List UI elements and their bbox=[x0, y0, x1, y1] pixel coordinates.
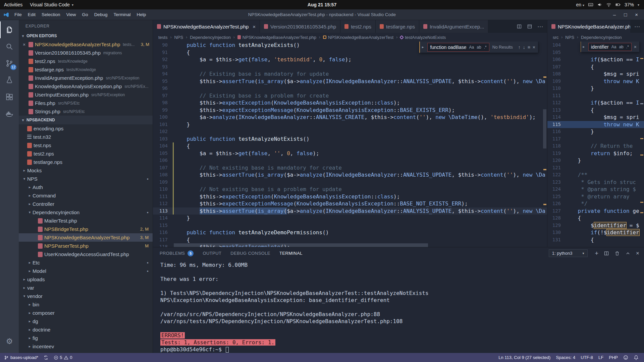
breadcrumb-item[interactable]: NPS bbox=[174, 35, 183, 40]
panel-tab-output[interactable]: OUTPUT bbox=[203, 251, 221, 256]
code-line[interactable]: 125 * @return array bbox=[547, 193, 644, 200]
minimap[interactable] bbox=[640, 42, 644, 247]
code-line[interactable]: 120 } bbox=[547, 157, 644, 164]
maximize-panel-icon[interactable] bbox=[625, 251, 631, 256]
tree-folder[interactable]: ▸Auth bbox=[19, 183, 153, 191]
panel-tab-terminal[interactable]: TERMINAL bbox=[279, 251, 303, 256]
toggle-replace-icon[interactable]: ▸ bbox=[421, 45, 425, 49]
tree-file[interactable]: test.nps bbox=[19, 141, 153, 149]
project-root-header[interactable]: ▾ NPSBACKEND bbox=[19, 116, 153, 124]
activity-extensions-button[interactable] bbox=[0, 88, 19, 105]
tree-file[interactable]: NPSParserTest.phpM bbox=[19, 242, 153, 250]
breadcrumb-item[interactable]: NPSKnowledgeBaseAnalyzerTest.php bbox=[237, 35, 316, 40]
code-line[interactable]: 109 bbox=[153, 179, 547, 186]
tree-file[interactable]: MailerTest.php bbox=[19, 217, 153, 225]
menu-terminal[interactable]: Terminal bbox=[110, 9, 133, 20]
editor-tab[interactable]: InvalidArgumentExcep... bbox=[419, 20, 489, 33]
code-line[interactable]: 128 { bbox=[547, 215, 644, 222]
code-line[interactable]: 106 if($action == I bbox=[547, 56, 644, 63]
tree-folder[interactable]: ▸Mocks bbox=[19, 166, 153, 175]
breadcrumb-item[interactable]: src bbox=[553, 35, 558, 40]
open-editor-item[interactable]: Version20190816105345.phpmigrations bbox=[19, 49, 153, 57]
close-button[interactable]: × bbox=[635, 12, 638, 17]
close-icon[interactable]: × bbox=[253, 24, 256, 29]
code-line[interactable]: 116 public function testAnalyzeDemoPermi… bbox=[153, 229, 547, 236]
chevron-down-icon[interactable]: ▾ bbox=[638, 3, 639, 7]
tree-folder[interactable]: ▾DependencyInjection● bbox=[19, 208, 153, 217]
eol-indicator[interactable]: LF bbox=[596, 355, 606, 360]
menu-view[interactable]: View bbox=[63, 9, 79, 20]
editor-tab[interactable]: testlarge.nps bbox=[376, 20, 419, 33]
more-actions-icon[interactable]: ⋯ bbox=[537, 24, 543, 29]
minimize-button[interactable]: – bbox=[613, 12, 616, 17]
code-line[interactable]: 107 { bbox=[547, 63, 644, 71]
tree-folder[interactable]: ▾vendor bbox=[19, 292, 153, 300]
code-line[interactable]: 124 * @param string $ bbox=[547, 186, 644, 193]
menu-edit[interactable]: Edit bbox=[25, 9, 39, 20]
tree-folder[interactable]: ▸incenteev bbox=[19, 342, 153, 351]
app-menu-button[interactable]: Visual Studio Code ▾ bbox=[26, 0, 77, 9]
code-line[interactable]: 100 $a->analyze(IKnowledgeBaseAnalyzer::… bbox=[153, 114, 547, 121]
open-editor-item[interactable]: KnowledgeBaseAnalysisException.phpsrc/NP… bbox=[19, 82, 153, 90]
code-line[interactable]: 92 $a = $this->get(false, 'testbindid', … bbox=[153, 56, 547, 63]
open-editor-item[interactable]: UserInputException.phpsrc/NPS/Exception bbox=[19, 90, 153, 99]
panel-tab-problems[interactable]: PROBLEMS5 bbox=[160, 250, 194, 256]
tree-folder[interactable]: ▸bin bbox=[19, 300, 153, 309]
code-editor-left[interactable]: 90 public function testAnalyzeExists()91… bbox=[153, 42, 547, 247]
find-input[interactable]: function oadBase Aa ab .* bbox=[427, 43, 489, 52]
code-line[interactable]: 113 { bbox=[547, 107, 644, 114]
code-line[interactable]: 93 bbox=[153, 63, 547, 71]
code-line[interactable]: 106 bbox=[153, 157, 547, 164]
clock[interactable]: Aug 21 15:57 bbox=[308, 2, 336, 7]
scrollbar-thumb[interactable] bbox=[543, 109, 546, 148]
git-branch-indicator[interactable]: bases-upload* bbox=[1, 353, 41, 362]
code-line[interactable]: 114 $msg = spri bbox=[547, 114, 644, 121]
tree-folder[interactable]: ▸var bbox=[19, 284, 153, 292]
tree-folder[interactable]: ▸Etc● bbox=[19, 258, 153, 267]
code-line[interactable]: 108 $msg = spri bbox=[547, 70, 644, 78]
code-line[interactable]: 97 // Existing base is a problem for cre… bbox=[153, 92, 547, 100]
code-line[interactable]: 112 $this->expectExceptionMessage(Knowle… bbox=[153, 200, 547, 207]
find-input[interactable]: identifier Aa ab .* bbox=[588, 43, 632, 51]
breadcrumb-item[interactable]: NPS bbox=[565, 35, 574, 40]
tree-file[interactable]: UserKnowledgeAccessGuardTest.php bbox=[19, 250, 153, 258]
code-line[interactable]: 109 throw new K bbox=[547, 78, 644, 85]
breadcrumb-item[interactable]: DependencyInjection bbox=[581, 35, 622, 40]
code-line[interactable]: 101 } bbox=[153, 121, 547, 128]
activity-search-button[interactable] bbox=[0, 38, 19, 55]
tree-folder[interactable]: ▸fig bbox=[19, 334, 153, 342]
previous-match-icon[interactable]: ↑ bbox=[518, 45, 521, 50]
indentation-indicator[interactable]: Spaces: 4 bbox=[553, 355, 578, 360]
menu-debug[interactable]: Debug bbox=[91, 9, 111, 20]
tree-file[interactable]: test2.nps bbox=[19, 149, 153, 158]
find-in-selection-icon[interactable]: ≡ bbox=[528, 45, 530, 50]
code-line[interactable]: 130 if(!$identifier bbox=[547, 229, 644, 236]
activity-docker-button[interactable] bbox=[0, 105, 19, 122]
code-line[interactable]: 121 bbox=[547, 164, 644, 172]
open-editor-item[interactable]: ×NPSKnowledgeBaseAnalyzerTest.phptests..… bbox=[19, 40, 153, 49]
code-line[interactable]: 116 } bbox=[547, 128, 644, 135]
maximize-button[interactable]: □ bbox=[624, 12, 627, 17]
open-editors-header[interactable]: ▾ OPEN EDITORS bbox=[19, 32, 153, 40]
code-line[interactable]: 119 return $info; bbox=[547, 150, 644, 157]
menu-help[interactable]: Help bbox=[133, 9, 149, 20]
code-line[interactable]: 102 bbox=[153, 128, 547, 135]
horizontal-scrollbar-left[interactable] bbox=[174, 243, 542, 247]
notifications-bell-icon[interactable] bbox=[631, 355, 641, 360]
tree-file[interactable]: NPSBridgeTest.php2, M bbox=[19, 225, 153, 233]
split-editor-icon[interactable] bbox=[517, 24, 522, 29]
open-editor-item[interactable]: test2.npstests/Knowledge bbox=[19, 57, 153, 65]
open-editor-item[interactable]: Files.phpsrc/NPS/Etc bbox=[19, 99, 153, 107]
menu-file[interactable]: File bbox=[11, 9, 25, 20]
code-editor-right[interactable]: 104105106 if($action == I107 {108 $msg =… bbox=[547, 42, 644, 247]
cursor-position[interactable]: Ln 113, Col 9 (27 selected) bbox=[496, 355, 553, 360]
code-line[interactable]: 131 { bbox=[547, 236, 644, 244]
tree-file[interactable]: test.n32 bbox=[19, 133, 153, 141]
close-panel-icon[interactable]: × bbox=[636, 250, 639, 256]
language-mode[interactable]: PHP bbox=[606, 355, 621, 360]
code-line[interactable]: 95 $this->assertTrue(is_array($a->analyz… bbox=[153, 78, 547, 85]
whole-word-icon[interactable]: ab bbox=[477, 45, 481, 50]
match-case-icon[interactable]: Aa bbox=[469, 45, 474, 50]
regex-icon[interactable]: .* bbox=[626, 45, 629, 49]
activity-source-control-button[interactable]: 12 bbox=[0, 55, 19, 72]
